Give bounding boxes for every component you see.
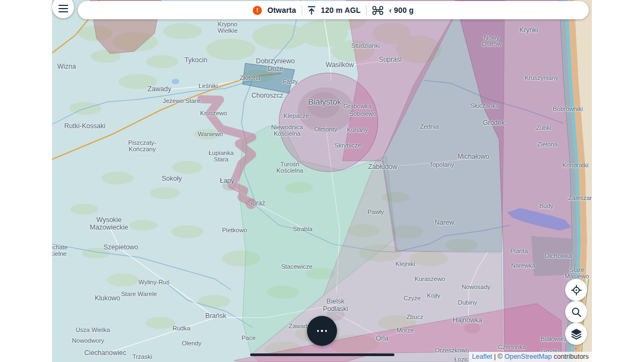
attribution-separator: | ©	[492, 353, 504, 360]
map[interactable]: Krypno WielkieNowy OstrówKrynkiStudziank…	[52, 0, 592, 362]
divider	[302, 5, 302, 16]
more-options-button[interactable]	[307, 316, 337, 346]
divider	[366, 5, 367, 16]
osm-link[interactable]: OpenStreetMap	[504, 353, 552, 360]
small-lake	[172, 79, 179, 84]
hamburger-icon	[58, 5, 68, 13]
zone-grey-notch	[531, 236, 572, 276]
zone-dark-teal[interactable]	[243, 63, 295, 93]
locate-button[interactable]	[565, 279, 587, 301]
airspace-status-label: Otwarta	[267, 6, 296, 14]
zone-narew-park-end	[246, 198, 257, 209]
status-bar[interactable]: ! Otwarta 120 m AGL ‹ 900 g	[78, 1, 589, 19]
app-window: Krypno WielkieNowy OstrówKrynkiStudziank…	[0, 0, 644, 362]
leaflet-link[interactable]: Leaflet	[472, 353, 493, 360]
weight-limit-label: ‹ 900 g	[389, 6, 414, 14]
max-height-icon	[308, 6, 316, 15]
zone-ctr-circle[interactable]	[279, 73, 378, 172]
warning-icon: !	[253, 6, 262, 15]
search-button[interactable]	[565, 301, 587, 323]
drone-icon	[372, 5, 384, 16]
map-attribution: Leaflet | © OpenStreetMap contributors	[469, 352, 592, 362]
layers-button[interactable]	[565, 323, 587, 345]
altitude-limit-label: 120 m AGL	[321, 6, 361, 14]
ellipsis-icon	[317, 330, 327, 332]
crosshair-icon	[570, 284, 583, 297]
attribution-suffix: contributors	[552, 353, 589, 360]
layers-icon	[570, 328, 583, 341]
map-canvas[interactable]	[52, 0, 592, 362]
timeline-bar[interactable]	[250, 353, 394, 356]
magnifier-icon	[570, 306, 583, 319]
